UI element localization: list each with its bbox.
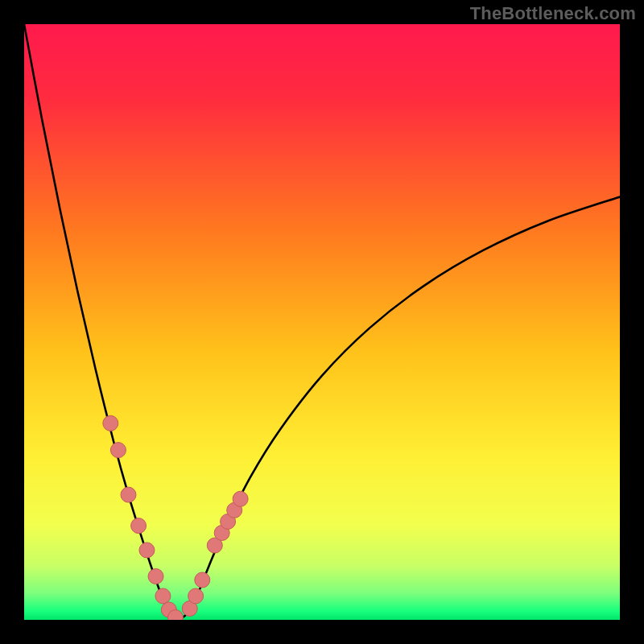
- marker-point: [148, 568, 163, 584]
- marker-point: [103, 415, 118, 431]
- marker-point: [131, 518, 147, 534]
- marker-point: [188, 588, 204, 604]
- outer-frame: TheBottleneck.com: [0, 0, 644, 644]
- gradient-background: [24, 24, 620, 620]
- watermark-text: TheBottleneck.com: [470, 3, 636, 24]
- marker-point: [155, 588, 171, 604]
- marker-point: [139, 543, 155, 558]
- marker-point: [121, 487, 136, 502]
- marker-point: [233, 491, 248, 506]
- marker-point: [110, 443, 126, 458]
- chart-svg: [24, 24, 620, 620]
- plot-area: [24, 24, 620, 620]
- marker-point: [195, 572, 210, 588]
